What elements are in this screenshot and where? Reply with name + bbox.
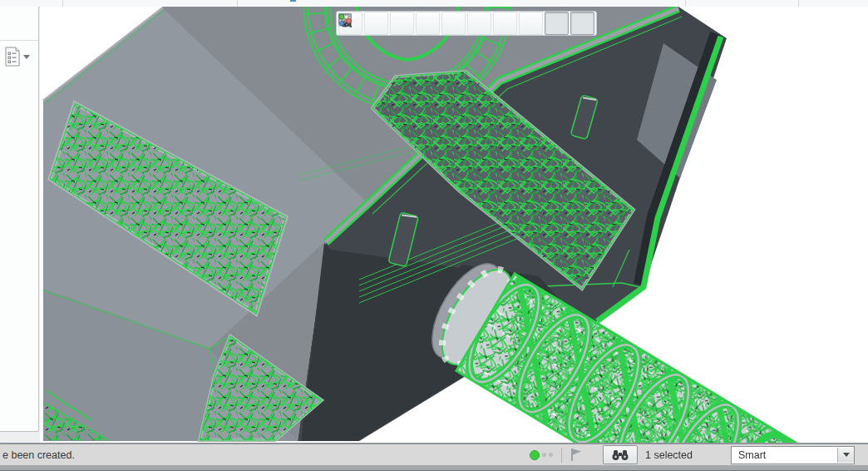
ribbon-separator	[798, 0, 799, 7]
ribbon-accent-mark	[290, 0, 296, 2]
view-manager-button[interactable]	[493, 12, 517, 35]
model-tree-icon	[3, 46, 22, 67]
status-controls: 1 selected Smart	[530, 444, 855, 465]
spin-center-button[interactable]	[570, 12, 594, 35]
zoom-in-button[interactable]	[364, 12, 388, 35]
selected-count-label: 1 selected	[645, 449, 693, 461]
ribbon-separator	[685, 0, 686, 7]
zoom-out-button[interactable]	[390, 12, 414, 35]
graphics-viewport[interactable]	[40, 7, 868, 443]
chevron-down-icon[interactable]	[23, 55, 30, 59]
model-tree-panel-header	[0, 7, 38, 41]
hammer-3d-model[interactable]	[40, 7, 868, 443]
flag-icon[interactable]	[570, 448, 583, 462]
window-bottom-edge	[0, 465, 868, 471]
datum-display-button[interactable]	[519, 12, 543, 35]
dropdown-arrow-button[interactable]	[837, 448, 854, 463]
status-separator	[561, 448, 562, 463]
model-tree-toggle-button[interactable]	[3, 45, 35, 68]
saved-orientations-button[interactable]	[467, 12, 491, 35]
find-button[interactable]	[603, 445, 638, 464]
selection-filter-value: Smart	[732, 449, 766, 461]
spin-center-icon	[337, 12, 353, 28]
dropdown-arrow-icon	[843, 453, 850, 457]
annotation-display-button[interactable]	[545, 12, 569, 35]
ribbon-separator	[62, 0, 63, 7]
status-dot-icon[interactable]	[530, 450, 540, 460]
model-tree-panel	[0, 7, 39, 432]
status-dot-dim-icon	[542, 453, 546, 457]
find-binoculars-icon	[611, 449, 629, 461]
repaint-button[interactable]	[416, 12, 440, 35]
ribbon-separator	[237, 0, 238, 7]
status-message: e been created.	[2, 449, 75, 461]
selection-filter-combobox[interactable]: Smart	[731, 446, 855, 464]
graphics-toolbar	[336, 11, 597, 36]
display-style-button[interactable]	[441, 12, 466, 35]
status-dot-dim-icon	[549, 453, 553, 457]
status-bar: e been created. 1 selected Smart	[0, 443, 868, 465]
